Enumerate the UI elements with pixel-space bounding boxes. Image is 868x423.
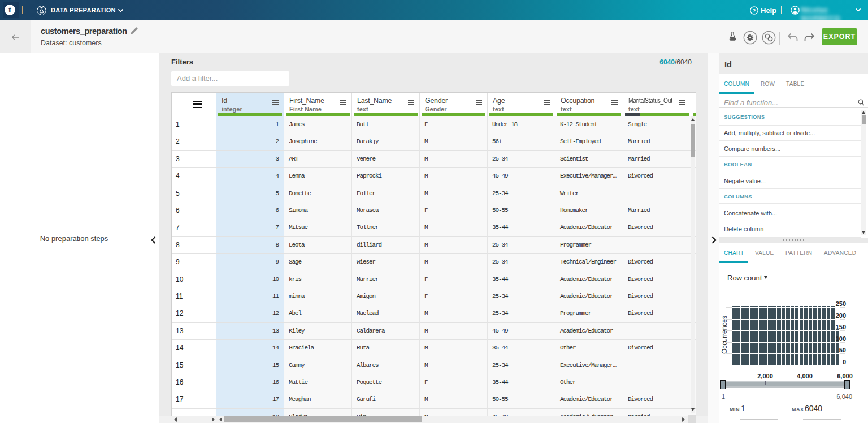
svg-text:?: ?: [753, 7, 756, 14]
